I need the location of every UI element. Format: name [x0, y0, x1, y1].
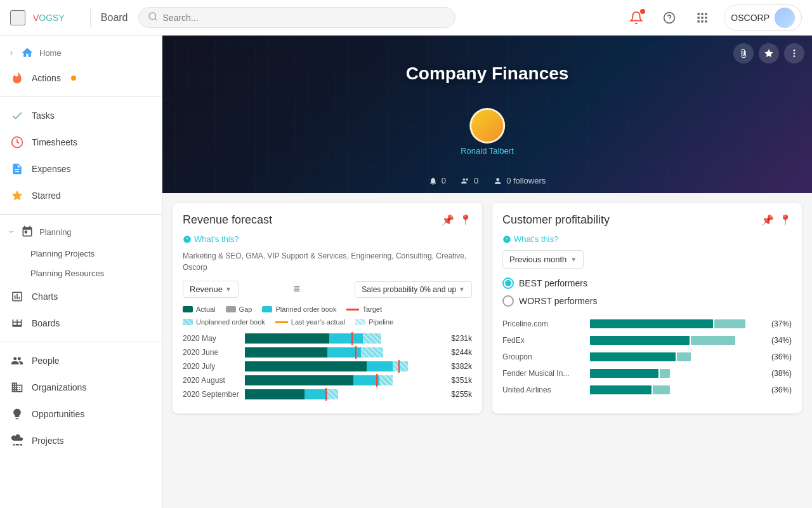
sidebar-item-home-label: Home [39, 48, 62, 58]
hero-action-buttons [733, 43, 804, 64]
bar-unplanned [363, 333, 382, 344]
sidebar-item-starred[interactable]: Starred [0, 182, 162, 209]
sidebar-item-starred-label: Starred [32, 190, 61, 201]
sidebar-item-planning-projects[interactable]: Planning Projects [0, 244, 162, 264]
bar-actual [245, 333, 329, 344]
sidebar-item-tasks[interactable]: Tasks [0, 102, 162, 129]
search-input[interactable] [163, 13, 446, 23]
hero-star-button[interactable] [759, 43, 779, 64]
table-row: 2020 June $244k [183, 347, 472, 358]
main-layout: › Home Actions Tasks Timesheets [0, 36, 812, 508]
company-badge[interactable]: OSCORP [724, 4, 802, 31]
svg-point-17 [794, 53, 796, 55]
divider-2 [0, 214, 162, 215]
target-line [351, 332, 353, 345]
hero-profile: Ronald Talbert [461, 108, 514, 156]
card-pin-actions: 📌 📍 [442, 214, 472, 226]
period-dropdown[interactable]: Previous month ▼ [502, 250, 584, 269]
hero-following-stat: 0 [461, 176, 478, 185]
hamburger-menu[interactable] [10, 10, 25, 25]
hero-more-button[interactable] [784, 43, 804, 64]
legend-gap-color [226, 306, 236, 312]
followers-label: 0 followers [506, 176, 546, 185]
revenue-filter-text: Marketing & SEO, GMA, VIP Support & Serv… [183, 250, 472, 273]
sidebar-item-charts[interactable]: Charts [0, 283, 162, 310]
bar-unplanned [327, 389, 339, 399]
bar-actual [245, 389, 304, 399]
customer-unpin-button[interactable]: 📍 [779, 214, 792, 226]
customer-card-pin-actions: 📌 📍 [761, 214, 792, 226]
apps-button[interactable] [691, 6, 714, 29]
revenue-filters: Revenue ▼ ≡ Sales probability 0% and up … [183, 281, 472, 298]
legend-planned-color [262, 306, 272, 312]
customer-what-this[interactable]: What's this? [502, 234, 792, 244]
unpin-button[interactable]: 📍 [459, 214, 472, 226]
legend-actual: Actual [183, 305, 216, 313]
worst-performers-radio-circle [502, 295, 514, 307]
sidebar-item-home[interactable]: › Home [0, 41, 162, 65]
bar-unplanned [361, 347, 383, 358]
customer-profitability-card: Customer profitability 📌 📍 What's this? … [492, 203, 802, 413]
actions-icon [10, 71, 24, 85]
profit-bar-light [653, 385, 670, 394]
people-icon [10, 354, 24, 368]
table-row: 2020 August $351k [183, 375, 472, 385]
avatar-inner [775, 8, 795, 28]
sales-prob-dropdown[interactable]: Sales probability 0% and up ▼ [355, 281, 472, 298]
avatar [775, 8, 795, 28]
pin-button[interactable]: 📌 [442, 214, 454, 226]
period-dropdown-label: Previous month [509, 255, 566, 264]
svg-rect-6 [705, 13, 707, 15]
hero-attachment-button[interactable] [733, 43, 754, 64]
hero-title: Company Finances [406, 64, 569, 84]
sidebar-item-people[interactable]: People [0, 347, 162, 374]
bar-planned [304, 389, 327, 399]
sidebar-item-opportunities[interactable]: Opportunities [0, 401, 162, 427]
alerts-count: 0 [442, 176, 446, 185]
sidebar-item-projects-label: Projects [32, 436, 64, 446]
customer-card-body: What's this? Previous month ▼ BEST perfo… [492, 227, 802, 404]
sidebar-item-organizations[interactable]: Organizations [0, 374, 162, 401]
sidebar-item-tasks-label: Tasks [32, 110, 55, 121]
revenue-what-this-label: What's this? [194, 234, 239, 244]
revenue-what-this[interactable]: What's this? [183, 234, 472, 244]
sidebar-item-expenses[interactable]: Expenses [0, 156, 162, 182]
svg-rect-4 [698, 13, 700, 15]
board-title: Board [101, 12, 128, 23]
sidebar-item-actions-label: Actions [32, 73, 61, 83]
profitability-rows: Priceline.com (37%) FedEx [502, 319, 792, 394]
sidebar-item-boards[interactable]: Boards [0, 310, 162, 337]
sales-dropdown-arrow-icon: ▼ [459, 286, 465, 293]
worst-performers-radio[interactable]: WORST performers [502, 295, 792, 307]
sidebar-item-projects[interactable]: Projects [0, 427, 162, 454]
legend-pipeline: Pipeline [355, 318, 393, 326]
sidebar: › Home Actions Tasks Timesheets [0, 36, 162, 508]
sidebar-item-planning-toggle[interactable]: › Planning [0, 220, 162, 244]
sidebar-item-timesheets[interactable]: Timesheets [0, 129, 162, 156]
content-area: Company Finances Ronald Talbert [162, 36, 812, 508]
notifications-button[interactable] [625, 6, 648, 29]
dropdown-arrow-icon: ▼ [225, 286, 232, 293]
svg-marker-15 [764, 49, 773, 57]
logo: VOGSY [33, 13, 65, 23]
hero-footer-stats: 0 0 0 followers [429, 176, 546, 185]
revenue-dropdown[interactable]: Revenue ▼ [183, 281, 239, 298]
sidebar-item-planning-resources[interactable]: Planning Resources [0, 264, 162, 283]
table-row: United Airlines (36%) [502, 385, 792, 394]
bar-planned [329, 333, 363, 344]
best-performers-radio[interactable]: BEST performers [502, 277, 792, 289]
sidebar-item-actions[interactable]: Actions [0, 65, 162, 91]
help-button[interactable] [658, 6, 681, 29]
sidebar-item-organizations-label: Organizations [32, 382, 86, 392]
search-icon [148, 11, 158, 23]
customer-pin-button[interactable]: 📌 [761, 214, 774, 226]
divider-1 [0, 97, 162, 97]
profit-bar-dark [590, 336, 690, 345]
revenue-forecast-card: Revenue forecast 📌 📍 What's this? Market… [173, 203, 482, 413]
legend-unplanned-color [183, 319, 193, 325]
revenue-table: 2020 May $231k 2020 June [183, 333, 472, 399]
sidebar-item-charts-label: Charts [32, 291, 58, 302]
customer-card-header: Customer profitability 📌 📍 [492, 203, 802, 227]
table-row: Groupon (36%) [502, 352, 792, 361]
filter-icon-button[interactable]: ≡ [293, 283, 300, 296]
